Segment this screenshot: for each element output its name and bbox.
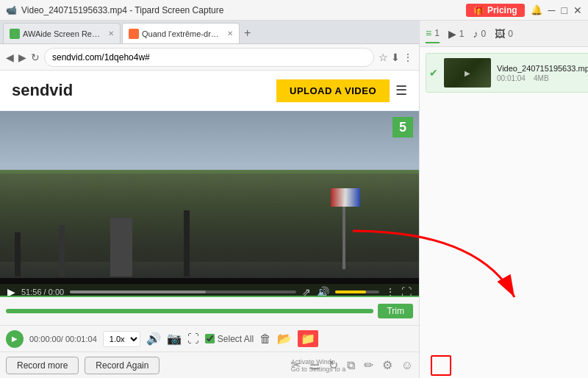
file-info-0: Video_240715195633.mp4 00:01:04 4MB [497, 64, 588, 82]
bell-icon[interactable]: 🔔 [531, 4, 542, 15]
smiley-icon[interactable]: ☺ [401, 359, 413, 372]
audio-tab-count: 0 [481, 29, 487, 39]
thumb-play-icon: ▶ [465, 69, 470, 77]
record-bar: Record more Record Again ✂ ⚌ ↻ ⧉ ✏ Activ… [0, 352, 419, 378]
video-play-button[interactable]: ▶ [7, 286, 15, 296]
maximize-button[interactable]: □ [562, 4, 567, 16]
add-tab-button[interactable]: + [244, 23, 251, 43]
tab-2-close[interactable]: ✕ [227, 29, 233, 38]
close-button[interactable]: ✕ [573, 4, 582, 16]
delete-icon[interactable]: 🗑 [259, 332, 271, 346]
file-meta-0: 00:01:04 4MB [497, 74, 588, 82]
speed-select[interactable]: 1.0x 0.5x 1.5x 2.0x [103, 331, 140, 347]
video-progress-bar[interactable] [70, 290, 296, 293]
image-tab-icon: 🖼 [495, 28, 505, 40]
file-list: ✔ ▶ Video_240715195633.mp4 00:01:04 4MB [420, 47, 588, 378]
video-tab-icon: ▶ [448, 28, 456, 40]
sendvid-logo: sendvid [12, 81, 73, 100]
list-tab-count: 1 [434, 28, 440, 38]
video-tab-count: 1 [459, 29, 465, 39]
image-tab-count: 0 [508, 29, 513, 39]
left-panel: AWAide Screen Recorder: Scre... ✕ Quand … [0, 21, 419, 378]
tab-1-close[interactable]: ✕ [108, 29, 114, 38]
sendvid-header: sendvid UPLOAD A VIDEO ☰ [0, 71, 419, 111]
upload-button[interactable]: UPLOAD A VIDEO [276, 79, 390, 102]
trim-progress-bar[interactable] [6, 309, 373, 313]
address-input[interactable] [44, 48, 374, 67]
edit-icon[interactable]: ✏ [364, 358, 373, 372]
tab-favicon-2 [129, 29, 139, 39]
time-display: 00:00:00/ 00:01:04 [29, 335, 97, 343]
download-icon[interactable]: ⬇ [391, 51, 400, 63]
video-badge: 5 [392, 117, 413, 138]
pricing-button[interactable]: Pricing [466, 4, 525, 17]
volume-fill [335, 290, 366, 293]
browser-tabs: AWAide Screen Recorder: Scre... ✕ Quand … [0, 21, 419, 44]
file-checkbox-0[interactable]: ✔ [429, 67, 438, 79]
address-bar: ◀ ▶ ↻ ☆ ⬇ ⋮ [0, 44, 419, 71]
file-thumbnail-0: ▶ [444, 58, 491, 88]
fullscreen-icon[interactable]: ⛶ [401, 286, 412, 296]
select-all-label: Select All [218, 334, 254, 344]
tab-2[interactable]: Quand l'extrême-droite résista... ✕ [122, 23, 240, 43]
volume-bar[interactable] [335, 290, 379, 293]
more-options-icon[interactable]: ⋮ [385, 286, 395, 296]
action-buttons: 🗑 📂 📁 [259, 330, 318, 347]
video-progress-fill [70, 290, 206, 293]
video-container[interactable]: 5 ▶ 51:56 / 0:00 ⇗ 🔊 ⋮ ⛶ [0, 111, 419, 296]
video-controls: ▶ 51:56 / 0:00 ⇗ 🔊 ⋮ ⛶ [0, 278, 419, 296]
list-tab-icon: ≡ [426, 27, 431, 39]
settings-icon[interactable]: ⚙ [382, 358, 392, 372]
minimize-button[interactable]: ─ [548, 4, 556, 16]
record-more-button[interactable]: Record more [6, 357, 79, 374]
right-panel-tabs: ≡ 1 ▶ 1 ♪ 0 🖼 0 [420, 21, 588, 47]
select-all-control[interactable]: Select All [205, 334, 254, 344]
star-icon[interactable]: ☆ [379, 51, 388, 63]
refresh-button[interactable]: ↻ [31, 51, 40, 63]
address-icons: ☆ ⬇ ⋮ [379, 51, 413, 63]
video-time: 51:56 / 0:00 [21, 288, 64, 296]
right-panel: ≡ 1 ▶ 1 ♪ 0 🖼 0 ✔ ▶ [419, 21, 588, 378]
trim-button[interactable]: Trim [378, 304, 413, 318]
file-name-0: Video_240715195633.mp4 [497, 64, 588, 73]
forward-button[interactable]: ▶ [18, 51, 26, 63]
save-icon[interactable]: 📁 [298, 330, 318, 347]
trim-controls: Trim [0, 296, 419, 325]
video-placeholder [0, 111, 419, 296]
folder-open-icon[interactable]: 📂 [277, 332, 292, 346]
snapshot-icon[interactable]: 📷 [167, 332, 182, 346]
right-tab-list[interactable]: ≡ 1 [426, 24, 440, 43]
volume-icon[interactable]: 🔊 [317, 286, 329, 296]
scene-sky [0, 111, 419, 170]
audio-tab-icon: ♪ [473, 28, 478, 40]
right-tab-image[interactable]: 🖼 0 [495, 25, 513, 43]
share-icon[interactable]: ⇗ [302, 286, 311, 296]
tab-favicon-1 [10, 29, 20, 39]
volume-control-icon[interactable]: 🔊 [146, 332, 161, 346]
select-all-checkbox[interactable] [205, 334, 215, 343]
playback-icons: 🔊 📷 ⛶ [146, 332, 199, 346]
video-scene [0, 111, 419, 296]
main-layout: AWAide Screen Recorder: Scre... ✕ Quand … [0, 21, 588, 378]
tab-1-label: AWAide Screen Recorder: Scre... [23, 29, 102, 38]
titlebar: 📹 Video_240715195633.mp4 - Tipard Screen… [0, 0, 588, 21]
bottom-tools: ✂ ⚌ ↻ ⧉ ✏ Activate WindoGo to Settings t… [291, 358, 413, 372]
title-text: Video_240715195633.mp4 - Tipard Screen C… [21, 5, 223, 15]
play-main-button[interactable]: ▶ [6, 330, 24, 348]
tab-1[interactable]: AWAide Screen Recorder: Scre... ✕ [3, 23, 121, 43]
file-item-0[interactable]: ✔ ▶ Video_240715195633.mp4 00:01:04 4MB [426, 53, 588, 93]
menu-icon[interactable]: ⋮ [403, 51, 413, 63]
tab-2-label: Quand l'extrême-droite résista... [142, 29, 221, 38]
activate-windows-text: Activate WindoGo to Settings to a [291, 358, 346, 373]
header-menu-icon[interactable]: ☰ [395, 82, 407, 99]
right-tab-audio[interactable]: ♪ 0 [473, 25, 487, 43]
expand-icon[interactable]: ⛶ [187, 332, 199, 346]
record-again-button[interactable]: Record Again [85, 357, 159, 374]
playback-controls: ▶ 00:00:00/ 00:01:04 1.0x 0.5x 1.5x 2.0x… [0, 325, 419, 352]
webpage-content: sendvid UPLOAD A VIDEO ☰ [0, 71, 419, 296]
copy-icon[interactable]: ⧉ [347, 359, 355, 372]
back-button[interactable]: ◀ [6, 51, 14, 63]
right-tab-video[interactable]: ▶ 1 [448, 25, 465, 43]
